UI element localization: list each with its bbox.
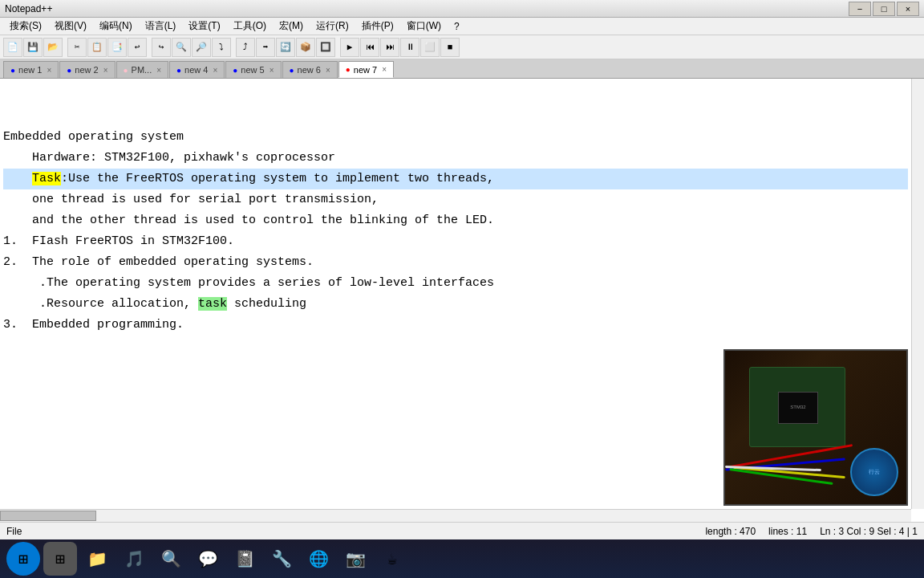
grid-icon: ⊞ [55, 549, 65, 569]
editor-line-11: 3. Embedded programming. [3, 315, 908, 336]
taskbar: ⊞ ⊞ 📁 🎵 🔍 💬 📓 🔧 🌐 📷 ☕ [0, 539, 924, 578]
menu-item-M[interactable]: 宏(M) [273, 18, 310, 35]
toolbar-btn-8[interactable]: 🔍 [172, 38, 191, 57]
minimize-button[interactable]: − [849, 2, 871, 16]
toolbar-btn-12[interactable]: ➡ [256, 38, 275, 57]
tab-dot-new1: ● [10, 66, 15, 75]
pcb-chip: STM32 [778, 392, 818, 424]
tab-new4[interactable]: ●new 5× [225, 61, 281, 78]
horizontal-scrollbar[interactable] [0, 509, 911, 522]
toolbar-btn-16[interactable]: ▶ [340, 38, 359, 57]
music-button[interactable]: 🎵 [117, 542, 151, 576]
title-bar: Notepad++ − □ × [0, 0, 924, 18]
search-icon: 🔍 [161, 549, 181, 569]
editor-line-3: Task:Use the FreeRTOS operating system t… [3, 169, 908, 189]
wechat-button[interactable]: 💬 [191, 542, 225, 576]
tab-close-new3[interactable]: × [213, 66, 217, 75]
menu-item-L[interactable]: 语言(L) [139, 18, 183, 35]
line-text-before-task-l10: .Resource allocation, [3, 297, 198, 311]
tab-new5[interactable]: ●new 6× [282, 61, 338, 78]
toolbar-btn-1[interactable]: 💾 [23, 38, 43, 57]
toolbar-btn-6[interactable]: ↩ [128, 38, 147, 57]
status-right: length : 470 lines : 11 Ln : 3 Col : 9 S… [705, 526, 918, 537]
folder-button[interactable]: 📁 [80, 542, 114, 576]
toolbar-btn-11[interactable]: ⤴ [236, 38, 255, 57]
toolbar-btn-13[interactable]: 🔄 [276, 38, 295, 57]
chrome-icon: 🌐 [309, 549, 329, 569]
toolbar-btn-17[interactable]: ⏮ [360, 38, 379, 57]
menu-item-P[interactable]: 插件(P) [355, 18, 400, 35]
tab-close-new2[interactable]: × [103, 66, 108, 75]
tab-close-new7[interactable]: × [382, 65, 387, 74]
folder-icon: 📁 [87, 549, 107, 569]
toolbar-btn-10[interactable]: ⤵ [212, 38, 231, 57]
toolbar-btn-2[interactable]: 📂 [43, 38, 63, 57]
toolbar-btn-7[interactable]: ↪ [152, 38, 171, 57]
tab-label-new5: new 6 [298, 65, 321, 75]
tab-new3[interactable]: ●new 4× [169, 61, 225, 78]
task-highlight-line10: task [198, 297, 227, 311]
toolbar-btn-9[interactable]: 🔎 [192, 38, 211, 57]
tab-close-pm1[interactable]: × [156, 66, 161, 75]
tab-dot-new2: ● [67, 66, 71, 75]
close-button[interactable]: × [897, 2, 919, 16]
editor-container: Embedded operating system Hardware: STM3… [0, 79, 924, 522]
toolbar-separator [336, 38, 339, 57]
tab-pm1[interactable]: ●PM...× [116, 61, 169, 78]
menu-item-S[interactable]: 搜索(S) [3, 18, 48, 35]
app1-button[interactable]: 🔧 [265, 542, 298, 576]
status-left: File [6, 526, 22, 537]
menu-item-N[interactable]: 编码(N) [93, 18, 139, 35]
app2-button[interactable]: 📷 [338, 542, 372, 576]
onenote-button[interactable]: 📓 [228, 542, 261, 576]
menu-item-O[interactable]: 工具(O) [227, 18, 273, 35]
menu-item-T[interactable]: 设置(T) [182, 18, 226, 35]
toolbar-btn-5[interactable]: 📑 [107, 38, 127, 57]
toolbar-btn-14[interactable]: 📦 [296, 38, 315, 57]
tab-new1[interactable]: ●new 1× [3, 61, 59, 78]
java-button[interactable]: ☕ [375, 542, 409, 576]
tab-new7[interactable]: ●new 7× [338, 61, 394, 78]
window-controls: − □ × [849, 2, 919, 16]
toolbar-separator [63, 38, 67, 57]
tab-label-new4: new 5 [241, 65, 264, 75]
java-icon: ☕ [387, 549, 397, 569]
pcb-board: STM32 [749, 367, 845, 447]
menu-item-V[interactable]: 视图(V) [48, 18, 93, 35]
toolbar-btn-21[interactable]: ■ [440, 38, 460, 57]
grid-button[interactable]: ⊞ [43, 542, 77, 576]
toolbar-btn-3[interactable]: ✂ [67, 38, 87, 57]
tab-close-new4[interactable]: × [270, 66, 274, 75]
status-bar: File length : 470 lines : 11 Ln : 3 Col … [0, 522, 924, 539]
toolbar-btn-18[interactable]: ⏭ [380, 38, 399, 57]
menu-item-[interactable]: ? [448, 19, 466, 34]
toolbar-btn-0[interactable]: 📄 [3, 38, 22, 57]
tab-label-new7: new 7 [354, 65, 377, 75]
toolbar: 📄💾📂✂📋📑↩↪🔍🔎⤵⤴➡🔄📦🔲▶⏮⏭⏸⬜■ [0, 35, 924, 59]
chrome-button[interactable]: 🌐 [302, 542, 335, 576]
tab-dot-new3: ● [176, 66, 181, 75]
onenote-icon: 📓 [235, 549, 255, 569]
tab-label-new1: new 1 [18, 65, 42, 75]
tab-close-new5[interactable]: × [326, 66, 330, 75]
vertical-scrollbar[interactable] [911, 79, 924, 509]
toolbar-btn-20[interactable]: ⬜ [420, 38, 440, 57]
maximize-button[interactable]: □ [873, 2, 895, 16]
windows-icon: ⊞ [18, 549, 28, 569]
toolbar-btn-4[interactable]: 📋 [87, 38, 107, 57]
tab-label-pm1: PM... [132, 65, 152, 75]
toolbar-btn-19[interactable]: ⏸ [400, 38, 419, 57]
tab-label-new2: new 2 [75, 65, 98, 75]
search-button[interactable]: 🔍 [154, 542, 188, 576]
editor-line-4: one thread is used for serial port trans… [3, 189, 908, 210]
menu-item-R[interactable]: 运行(R) [310, 18, 355, 35]
h-scroll-thumb[interactable] [0, 511, 96, 521]
menu-item-W[interactable]: 窗口(W) [400, 18, 448, 35]
tab-dot-new4: ● [233, 66, 237, 75]
editor-line-7: 1. FIash FreeRTOS in STM32F100. [3, 231, 908, 252]
tab-new2[interactable]: ●new 2× [59, 61, 115, 78]
start-button[interactable]: ⊞ [6, 542, 40, 576]
tab-close-new1[interactable]: × [47, 66, 51, 75]
toolbar-btn-15[interactable]: 🔲 [316, 38, 335, 57]
hardware-image-inner: STM32 行云 [725, 351, 906, 504]
